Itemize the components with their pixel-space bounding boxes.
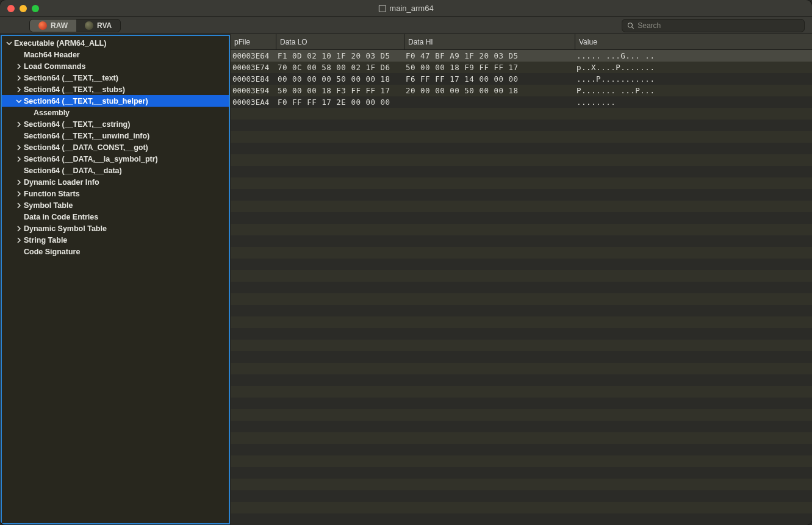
chevron-right-icon[interactable] (15, 202, 23, 209)
app-window: main_arm64 RAW RVA Executable (ARM64_ALL… (0, 0, 812, 525)
cell-value: P....... ...P... (575, 86, 812, 95)
chevron-right-icon[interactable] (15, 237, 23, 244)
mode-raw-button[interactable]: RAW (30, 20, 76, 32)
view-mode-segmented-control: RAW RVA (29, 19, 121, 32)
chevron-down-icon[interactable] (15, 98, 23, 105)
apple-icon (38, 21, 47, 30)
search-field[interactable] (622, 19, 805, 32)
mode-rva-button[interactable]: RVA (76, 20, 120, 32)
tree-item[interactable]: Symbol Table (2, 199, 229, 211)
tree-item[interactable]: String Table (2, 234, 229, 246)
mode-rva-label: RVA (97, 21, 112, 30)
tree-item-label: Section64 (__TEXT,__cstring) (24, 120, 130, 129)
hex-row[interactable]: 00003E64F1 0D 02 10 1F 20 03 D5F0 47 BF … (231, 50, 812, 62)
tree-item-label: Executable (ARM64_ALL) (14, 39, 106, 48)
cell-data-lo: 00 00 00 00 50 00 00 18 (276, 74, 404, 84)
cell-pfile: 00003E94 (231, 86, 276, 95)
content: Executable (ARM64_ALL)Mach64 HeaderLoad … (0, 34, 812, 525)
tree-item[interactable]: Section64 (__DATA_CONST,__got) (2, 141, 229, 153)
chevron-right-icon[interactable] (15, 74, 23, 82)
tree-item[interactable]: Data in Code Entries (2, 211, 229, 223)
hex-body[interactable]: 00003E64F1 0D 02 10 1F 20 03 D5F0 47 BF … (231, 50, 812, 525)
tree-item[interactable]: Section64 (__TEXT,__unwind_info) (2, 130, 229, 141)
search-icon (627, 22, 634, 29)
column-header-pfile[interactable]: pFile (231, 34, 276, 49)
chevron-right-icon[interactable] (15, 63, 23, 70)
tree-item[interactable]: Section64 (__TEXT,__stub_helper) (2, 95, 229, 107)
chevron-right-icon[interactable] (15, 144, 23, 151)
tree-item[interactable]: Dynamic Symbol Table (2, 223, 229, 234)
cell-data-hi: F0 47 BF A9 1F 20 03 D5 (404, 51, 575, 60)
cell-data-hi: 50 00 00 18 F9 FF FF 17 (404, 63, 575, 72)
tree-item-label: Section64 (__TEXT,__unwind_info) (24, 132, 149, 140)
tree-item-label: Section64 (__TEXT,__text) (24, 74, 118, 82)
cell-value: ..... ...G... .. (575, 51, 812, 60)
tree-item-label: Assembly (34, 109, 70, 117)
tree-item[interactable]: Section64 (__DATA,__la_symbol_ptr) (2, 153, 229, 165)
traffic-lights (0, 5, 39, 12)
tree-item-label: String Table (24, 236, 67, 245)
cell-data-hi: F6 FF FF 17 14 00 00 00 (404, 74, 575, 84)
hex-row[interactable]: 00003E9450 00 00 18 F3 FF FF 1720 00 00 … (231, 85, 812, 96)
chevron-down-icon[interactable] (5, 40, 13, 47)
maximize-icon[interactable] (32, 5, 39, 12)
tree-item-label: Mach64 Header (24, 51, 80, 59)
chevron-right-icon[interactable] (15, 121, 23, 128)
tree-item[interactable]: Section64 (__TEXT,__text) (2, 72, 229, 84)
chevron-right-icon[interactable] (15, 86, 23, 93)
minimize-icon[interactable] (20, 5, 27, 12)
tree-item-label: Load Commands (24, 62, 85, 71)
document-icon (378, 5, 386, 12)
hex-row[interactable]: 00003E8400 00 00 00 50 00 00 18F6 FF FF … (231, 73, 812, 85)
sidebar-tree[interactable]: Executable (ARM64_ALL)Mach64 HeaderLoad … (1, 35, 230, 524)
tree-item-label: Section64 (__DATA,__data) (24, 166, 122, 175)
tree-item[interactable]: Assembly (2, 107, 229, 118)
chevron-right-icon[interactable] (15, 155, 23, 163)
cell-value: ........ (575, 98, 812, 107)
hex-pane: pFile Data LO Data HI Value 00003E64F1 0… (231, 34, 812, 525)
cell-pfile: 00003EA4 (231, 98, 276, 107)
cell-data-lo: F0 FF FF 17 2E 00 00 00 (276, 98, 404, 107)
window-title: main_arm64 (378, 4, 433, 13)
cell-value: p..X....P....... (575, 63, 812, 72)
column-header-value[interactable]: Value (575, 34, 812, 49)
tree-item[interactable]: Function Starts (2, 188, 229, 199)
chevron-right-icon[interactable] (15, 225, 23, 232)
cell-pfile: 00003E74 (231, 63, 276, 72)
column-header-data-hi[interactable]: Data HI (404, 34, 575, 49)
tree-item-label: Dynamic Symbol Table (24, 224, 107, 233)
tree-item-label: Code Signature (24, 248, 80, 256)
chevron-right-icon[interactable] (15, 190, 23, 198)
tree-item-label: Function Starts (24, 190, 80, 198)
tree-item[interactable]: Dynamic Loader Info (2, 176, 229, 188)
cell-data-hi: 20 00 00 00 50 00 00 18 (404, 86, 575, 95)
tree-item[interactable]: Executable (ARM64_ALL) (2, 37, 229, 49)
window-title-label: main_arm64 (389, 4, 433, 13)
svg-point-0 (628, 23, 632, 27)
stripe-background (231, 50, 812, 525)
file-icon (85, 21, 93, 30)
search-input[interactable] (638, 21, 799, 30)
close-icon[interactable] (7, 5, 15, 12)
cell-data-lo: F1 0D 02 10 1F 20 03 D5 (276, 51, 404, 60)
hex-row[interactable]: 00003EA4F0 FF FF 17 2E 00 00 00........ (231, 96, 812, 108)
tree-item[interactable]: Mach64 Header (2, 49, 229, 60)
chevron-right-icon[interactable] (15, 179, 23, 186)
hex-header: pFile Data LO Data HI Value (231, 34, 812, 50)
tree-item-label: Data in Code Entries (24, 213, 98, 221)
tree-item-label: Section64 (__TEXT,__stub_helper) (24, 97, 148, 105)
cell-data-lo: 70 0C 00 58 00 02 1F D6 (276, 63, 404, 72)
svg-line-1 (632, 27, 634, 29)
tree-item-label: Section64 (__DATA_CONST,__got) (24, 143, 148, 152)
mode-raw-label: RAW (51, 21, 68, 30)
tree-item[interactable]: Code Signature (2, 246, 229, 257)
column-header-data-lo[interactable]: Data LO (276, 34, 404, 49)
tree-item[interactable]: Section64 (__TEXT,__stubs) (2, 84, 229, 95)
cell-pfile: 00003E64 (231, 51, 276, 60)
tree-item[interactable]: Section64 (__DATA,__data) (2, 165, 229, 176)
tree-item-label: Symbol Table (24, 201, 73, 210)
tree-item[interactable]: Section64 (__TEXT,__cstring) (2, 118, 229, 130)
tree-item[interactable]: Load Commands (2, 60, 229, 72)
cell-data-lo: 50 00 00 18 F3 FF FF 17 (276, 86, 404, 95)
hex-row[interactable]: 00003E7470 0C 00 58 00 02 1F D650 00 00 … (231, 62, 812, 73)
